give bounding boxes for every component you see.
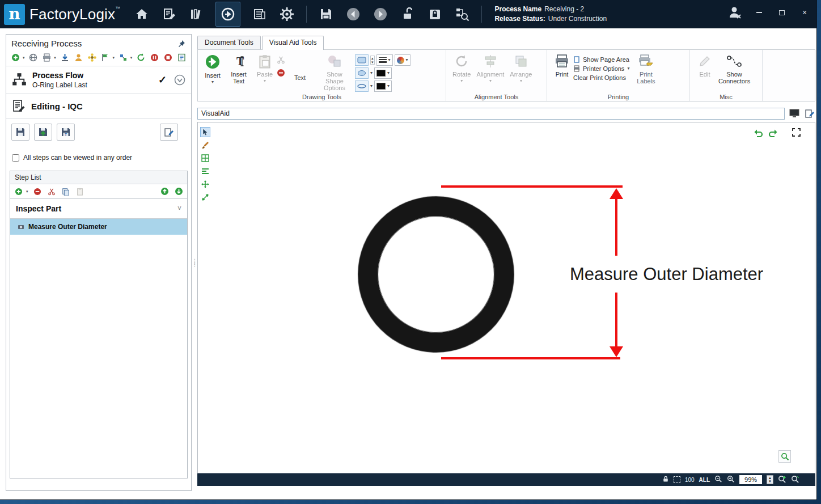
add-button[interactable] xyxy=(11,53,20,62)
print-button-ribbon[interactable]: Print xyxy=(551,53,573,79)
line-style-dropdown[interactable]: ▾ xyxy=(376,54,393,66)
settings-gear-button[interactable] xyxy=(279,6,295,22)
forward-button[interactable] xyxy=(373,6,388,22)
grid-tool-button[interactable] xyxy=(200,153,210,163)
fit-to-window-icon[interactable] xyxy=(791,127,801,137)
step-item-selected[interactable]: Measure Outer Diameter xyxy=(10,219,187,235)
import-button[interactable] xyxy=(60,53,70,62)
dimension-line-bottom[interactable] xyxy=(441,357,620,359)
tab-document-tools[interactable]: Document Tools xyxy=(197,36,261,50)
flag-button[interactable] xyxy=(100,53,110,62)
edit-properties-button[interactable] xyxy=(160,124,178,141)
paste-button[interactable]: Paste ▾ xyxy=(253,53,276,84)
remove-step-button[interactable] xyxy=(33,187,43,196)
notes-button[interactable] xyxy=(177,53,187,62)
shape-ellipse-button[interactable] xyxy=(355,67,369,79)
zoom-spinner[interactable]: ▲▼ xyxy=(767,475,773,484)
zoom-level-value[interactable]: 99% xyxy=(739,475,762,484)
dimension-vertical-segment-bottom[interactable] xyxy=(615,293,617,348)
move-tool-button[interactable] xyxy=(200,179,210,189)
show-page-area-button[interactable]: Show Page Area xyxy=(573,56,629,63)
zoom-in-icon[interactable] xyxy=(727,475,735,484)
save-button[interactable] xyxy=(318,6,334,22)
shape-oval-button[interactable] xyxy=(355,81,369,92)
refresh-button[interactable] xyxy=(136,53,146,62)
align-tool-button[interactable] xyxy=(200,166,210,176)
insert-button[interactable]: Insert ▾ xyxy=(201,53,224,86)
any-order-checkbox[interactable] xyxy=(12,154,19,162)
visual-aid-canvas[interactable]: Measure Outer Diameter xyxy=(197,122,815,473)
library-button[interactable] xyxy=(188,6,204,22)
tab-visual-aid-tools[interactable]: Visual Aid Tools xyxy=(262,36,324,50)
documents-button[interactable] xyxy=(252,6,268,22)
visualaid-name-input[interactable] xyxy=(197,108,785,120)
config-flower-button[interactable] xyxy=(87,53,97,62)
zoom-lock-icon[interactable] xyxy=(662,476,669,484)
save-template-button[interactable]: T xyxy=(57,124,75,141)
line-color-dropdown[interactable]: ▾ xyxy=(374,67,392,79)
shape-oval-caret-icon[interactable]: ▾ xyxy=(370,84,373,88)
annotation-text[interactable]: Measure Outer Diameter xyxy=(570,264,763,285)
navigation-button-active[interactable] xyxy=(215,2,240,27)
alignment-button[interactable]: Alignment ▾ xyxy=(473,53,507,84)
preview-monitor-button[interactable] xyxy=(788,108,800,120)
arrange-button[interactable]: Arrange ▾ xyxy=(507,53,535,84)
resize-tool-button[interactable] xyxy=(200,192,210,202)
shape-rect-button[interactable] xyxy=(355,54,369,66)
add-step-caret-icon[interactable]: ▾ xyxy=(26,189,28,194)
chevron-down-icon[interactable]: ˅ xyxy=(177,205,181,213)
home-button[interactable] xyxy=(134,6,150,22)
delete-icon[interactable] xyxy=(276,68,286,78)
save-step-button[interactable] xyxy=(11,124,29,141)
pause-button[interactable] xyxy=(150,53,159,62)
print-caret-icon[interactable]: ▾ xyxy=(54,56,56,60)
flag-caret-icon[interactable]: ▾ xyxy=(112,56,115,60)
canvas-zoom-button[interactable] xyxy=(778,450,791,463)
zoom-out-icon[interactable] xyxy=(714,475,722,484)
add-step-button[interactable] xyxy=(14,187,23,196)
add-caret-icon[interactable]: ▾ xyxy=(23,56,25,60)
step-group-header[interactable]: Inspect Part ˅ xyxy=(10,198,187,219)
print-button[interactable] xyxy=(42,53,52,62)
print-labels-button[interactable]: Print Labels xyxy=(629,53,662,86)
unlock-button[interactable] xyxy=(400,6,416,22)
undo-button[interactable] xyxy=(752,127,764,138)
zoom-region-icon[interactable] xyxy=(674,476,680,483)
minimize-button[interactable] xyxy=(753,7,765,18)
pin-icon[interactable] xyxy=(176,39,186,48)
lock-permissions-button[interactable] xyxy=(427,6,443,22)
zoom-extent-icon[interactable] xyxy=(791,475,799,485)
person-button[interactable] xyxy=(74,53,83,62)
close-button[interactable]: × xyxy=(798,7,811,18)
move-step-down-button[interactable] xyxy=(174,187,184,196)
show-shape-options-button[interactable]: Show Shape Options xyxy=(314,53,355,92)
tools-caret-icon[interactable]: ▾ xyxy=(130,56,133,60)
redo-button[interactable] xyxy=(767,127,778,138)
cut-step-button[interactable] xyxy=(47,187,57,196)
insert-text-button[interactable]: T Insert Text xyxy=(224,53,253,86)
flow-search-button[interactable] xyxy=(454,6,470,22)
dimension-line-top[interactable] xyxy=(441,185,623,188)
printer-options-button[interactable]: Printer Options ▾ xyxy=(573,65,629,72)
shape-ellipse-caret-icon[interactable]: ▾ xyxy=(370,71,373,75)
maximize-button[interactable] xyxy=(776,7,788,18)
zoom-100-button[interactable]: 100 xyxy=(685,477,695,483)
stop-button[interactable] xyxy=(163,53,173,62)
text-button[interactable]: Text xyxy=(289,53,311,89)
paint-tool-button[interactable] xyxy=(200,140,210,150)
panel-splitter[interactable]: ⋮⋮⋮ xyxy=(193,34,197,491)
oring-image[interactable] xyxy=(358,197,514,352)
back-button[interactable] xyxy=(345,6,361,22)
process-flow-row[interactable]: Process Flow O-Ring Label Last ✓ xyxy=(6,66,191,94)
edit-visualaid-button[interactable] xyxy=(803,108,815,120)
fill-color-dropdown[interactable]: ▾ xyxy=(374,81,392,92)
collapse-circle-icon[interactable] xyxy=(173,74,186,86)
select-tool-button[interactable] xyxy=(200,127,210,137)
copy-step-button[interactable] xyxy=(61,187,71,196)
zoom-plus-green-icon[interactable] xyxy=(778,475,786,485)
paste-step-button[interactable] xyxy=(75,187,85,196)
save-publish-button[interactable] xyxy=(34,124,52,141)
user-session-icon[interactable] xyxy=(727,5,743,20)
dimension-vertical-segment-top[interactable] xyxy=(615,198,617,256)
shape-size-spinner[interactable]: ▴▾ xyxy=(370,56,375,65)
